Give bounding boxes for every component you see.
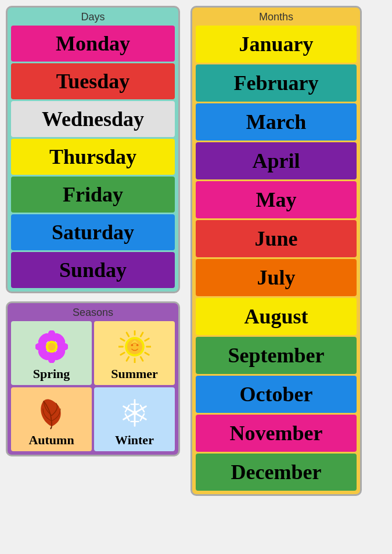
- leaf-icon: [35, 397, 68, 433]
- seasons-grid: Spring Summer Autumn Winter: [11, 321, 175, 451]
- day-row: Saturday: [11, 214, 175, 250]
- svg-line-18: [120, 352, 124, 355]
- season-label: Spring: [33, 366, 70, 382]
- month-row: April: [196, 142, 357, 179]
- months-card: Months JanuaryFebruaryMarchAprilMayJuneJ…: [190, 6, 362, 496]
- svg-line-15: [141, 357, 143, 361]
- svg-point-38: [132, 411, 136, 415]
- day-row: Sunday: [11, 252, 175, 288]
- month-row: July: [196, 259, 357, 296]
- season-label: Summer: [111, 366, 158, 382]
- month-row: August: [196, 298, 357, 335]
- month-row: December: [196, 454, 357, 491]
- month-row: November: [196, 415, 357, 452]
- months-title: Months: [196, 11, 357, 23]
- season-cell: Spring: [11, 321, 92, 385]
- day-row: Friday: [11, 177, 175, 213]
- season-label: Winter: [115, 433, 154, 448]
- day-row: Wednesday: [11, 101, 175, 137]
- svg-point-9: [48, 343, 55, 350]
- months-list: JanuaryFebruaryMarchAprilMayJuneJulyAugu…: [196, 26, 357, 491]
- left-column: Days MondayTuesdayWednesdayThursdayFrida…: [6, 6, 180, 456]
- days-title: Days: [11, 11, 175, 23]
- days-card: Days MondayTuesdayWednesdayThursdayFrida…: [6, 6, 180, 293]
- seasons-card: Seasons Spring Summer Autumn Winter: [6, 301, 180, 456]
- svg-line-17: [127, 357, 129, 361]
- month-row: May: [196, 181, 357, 218]
- svg-line-14: [145, 352, 148, 355]
- month-row: June: [196, 220, 357, 257]
- month-row: September: [196, 337, 357, 374]
- month-row: October: [196, 376, 357, 413]
- page-container: Days MondayTuesdayWednesdayThursdayFrida…: [6, 6, 386, 496]
- season-cell: Winter: [94, 387, 175, 451]
- season-cell: Summer: [94, 321, 175, 385]
- svg-line-12: [145, 339, 148, 341]
- days-list: MondayTuesdayWednesdayThursdayFridaySatu…: [11, 26, 175, 288]
- month-row: March: [196, 103, 357, 141]
- sun-icon: [118, 330, 151, 366]
- snowflake-icon: [118, 397, 151, 433]
- season-cell: Autumn: [11, 387, 92, 451]
- flower-icon: [35, 330, 68, 366]
- svg-line-20: [120, 339, 124, 341]
- day-row: Thursday: [11, 139, 175, 175]
- svg-line-11: [141, 333, 143, 336]
- seasons-title: Seasons: [11, 307, 175, 319]
- month-row: January: [196, 26, 357, 63]
- season-label: Autumn: [28, 433, 74, 448]
- svg-line-21: [127, 333, 129, 336]
- day-row: Tuesday: [11, 63, 175, 99]
- day-row: Monday: [11, 26, 175, 62]
- month-row: February: [196, 64, 357, 102]
